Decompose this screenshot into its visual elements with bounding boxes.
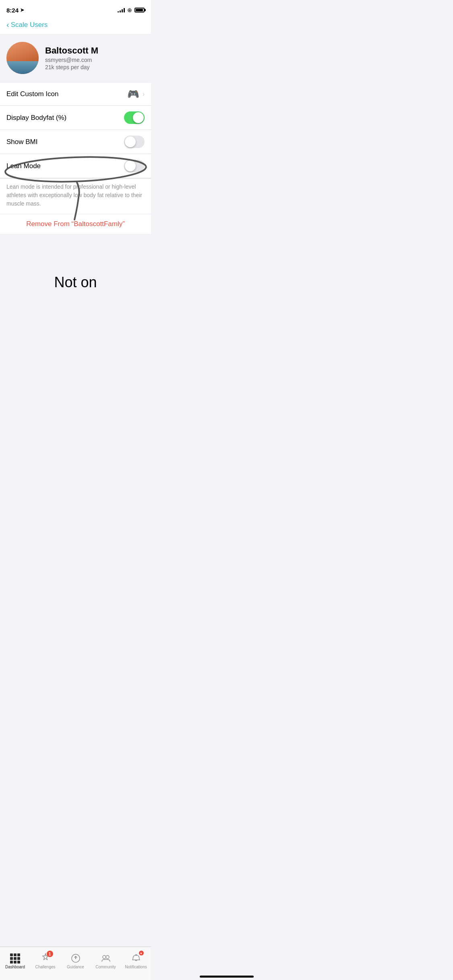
status-time: 8:24 ➤: [6, 7, 24, 14]
annotation-area: Not on: [0, 234, 151, 306]
back-button[interactable]: ‹ Scale Users: [6, 21, 145, 29]
avatar: [6, 42, 39, 74]
battery-icon: [134, 8, 145, 12]
back-chevron-icon: ‹: [6, 21, 9, 29]
toggle-knob: [125, 136, 136, 147]
display-bodyfat-toggle[interactable]: [124, 111, 145, 124]
status-icons: ⊕: [118, 7, 145, 13]
annotation-text: Not on: [6, 274, 145, 291]
lean-mode-label: Lean Mode: [6, 162, 41, 170]
signal-bars-icon: [118, 8, 125, 12]
profile-info: Baltoscott M ssmyers@me.com 21k steps pe…: [45, 45, 98, 70]
toggle-knob: [125, 161, 136, 171]
back-label: Scale Users: [11, 21, 48, 29]
edit-custom-icon-label: Edit Custom Icon: [6, 90, 58, 98]
chevron-right-icon: ›: [143, 91, 145, 98]
location-icon: ➤: [20, 7, 24, 13]
status-bar: 8:24 ➤ ⊕: [0, 0, 151, 18]
lean-mode-toggle[interactable]: [124, 160, 145, 172]
remove-button[interactable]: Remove From “BaltoscottFamly”: [26, 220, 125, 228]
display-bodyfat-label: Display Bodyfat (%): [6, 114, 66, 122]
link-icon: ⊕: [127, 7, 132, 13]
show-bmi-row: Show BMI: [0, 130, 151, 154]
lean-mode-row: Lean Mode: [0, 154, 151, 178]
spacer: [0, 306, 151, 387]
lean-mode-description: Lean mode is intended for professional o…: [0, 178, 151, 214]
profile-section: Baltoscott M ssmyers@me.com 21k steps pe…: [0, 34, 151, 82]
settings-group: Edit Custom Icon 🎮 › Display Bodyfat (%)…: [0, 83, 151, 214]
edit-custom-icon-row[interactable]: Edit Custom Icon 🎮 ›: [0, 83, 151, 106]
display-bodyfat-row: Display Bodyfat (%): [0, 106, 151, 130]
nav-header: ‹ Scale Users: [0, 18, 151, 34]
profile-name: Baltoscott M: [45, 45, 98, 56]
time-display: 8:24: [6, 7, 19, 14]
toggle-knob: [133, 112, 144, 123]
edit-custom-icon-right: 🎮 ›: [127, 89, 145, 100]
lean-mode-desc-text: Lean mode is intended for professional o…: [6, 183, 145, 208]
custom-icon-preview: 🎮: [127, 89, 139, 100]
show-bmi-label: Show BMI: [6, 138, 37, 146]
show-bmi-toggle[interactable]: [124, 136, 145, 148]
profile-steps: 21k steps per day: [45, 64, 98, 70]
profile-email: ssmyers@me.com: [45, 57, 98, 63]
remove-section: Remove From “BaltoscottFamly”: [0, 214, 151, 234]
